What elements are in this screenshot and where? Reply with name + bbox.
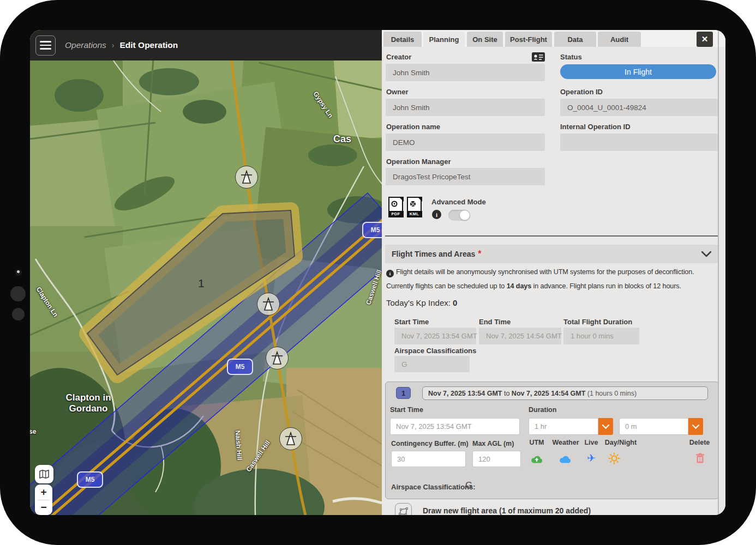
zoom-in-button[interactable]: + <box>35 485 52 500</box>
advanced-mode-toggle[interactable] <box>448 210 470 221</box>
info-icon: i <box>386 270 394 277</box>
owner-field: John Smith <box>386 99 545 116</box>
utm-sync-info-line2: Currently flights can be scheduled up to… <box>386 282 681 290</box>
place-label-clapton-in-gordano: Clapton in Gordano <box>53 392 124 414</box>
max-agl-label: Max AGL (m) <box>472 440 514 447</box>
status-label: Status <box>560 53 582 61</box>
pylon-marker[interactable] <box>235 166 258 189</box>
close-icon: ✕ <box>701 34 709 44</box>
draw-polygon-icon <box>399 507 409 516</box>
delete-column-label: Delete <box>685 439 715 446</box>
area-start-time-input[interactable]: Nov 7, 2025 13:54 GMT <box>390 418 520 435</box>
start-time-field: Nov 7, 2025 13:54 GMT <box>394 328 476 344</box>
tab-audit[interactable]: Audit <box>598 32 641 47</box>
total-flight-duration-label: Total Flight Duration <box>563 318 632 326</box>
tablet-side-button <box>10 286 26 301</box>
motorway-badge-m5: M5 <box>77 471 103 488</box>
close-panel-button[interactable]: ✕ <box>697 32 713 47</box>
basemap-layers-button[interactable] <box>35 465 53 483</box>
tab-planning[interactable]: Planning <box>423 32 465 47</box>
flight-area-index-badge[interactable]: 1 <box>396 387 411 399</box>
area-airspace-value: G <box>465 480 472 491</box>
zoom-out-button[interactable]: − <box>35 500 52 516</box>
draw-flight-area-button[interactable] <box>395 503 412 515</box>
duration-hours-select[interactable]: 1 hr <box>529 418 598 435</box>
road-label-partial: se <box>30 428 36 435</box>
edit-operation-panel: Details Planning On Site Post-Flight Dat… <box>382 30 725 515</box>
kp-index-line: Today's Kp Index: 0 <box>386 298 457 307</box>
pdf-icon-label: PDF <box>388 211 404 217</box>
internal-operation-id-field[interactable] <box>560 134 719 151</box>
zoom-control: + − <box>35 485 52 515</box>
flight-times-section-header[interactable]: Flight Times and Areas * <box>385 245 719 263</box>
section-divider <box>385 235 719 237</box>
info-icon[interactable]: i <box>432 210 441 219</box>
operation-name-label: Operation name <box>386 123 440 131</box>
chevron-down-icon <box>692 425 699 429</box>
utm-upload-icon[interactable] <box>531 453 543 465</box>
delete-trash-icon[interactable] <box>694 452 706 464</box>
duration-minutes-select[interactable]: 0 m <box>619 418 688 435</box>
breadcrumb-operations[interactable]: Operations <box>65 40 106 50</box>
area-start-time-label: Start Time <box>390 406 423 414</box>
draw-flight-area-label: Draw new flight area (1 of maximum 20 ad… <box>423 506 591 515</box>
operation-manager-field: DragosTest PricopeTest <box>386 168 545 185</box>
tablet-side-button <box>12 308 25 320</box>
airspace-classifications-label: Airspace Classifications <box>394 347 476 355</box>
required-asterisk: * <box>478 249 481 259</box>
pylon-marker[interactable] <box>266 347 289 370</box>
breadcrumb-edit-operation: Edit Operation <box>120 40 178 50</box>
tab-bar: Details Planning On Site Post-Flight Dat… <box>382 30 725 47</box>
internal-operation-id-label: Internal Operation ID <box>560 123 631 131</box>
flight-area-card: 1 Nov 7, 2025 13:54 GMT to Nov 7, 2025 1… <box>385 382 719 499</box>
weather-cloud-icon[interactable] <box>559 453 571 465</box>
hamburger-menu-button[interactable] <box>35 35 56 56</box>
area-duration-label: Duration <box>529 406 556 414</box>
airspace-classifications-field: G <box>394 356 470 372</box>
max-agl-input[interactable]: 120 <box>472 451 521 467</box>
top-navigation-bar: Operations › Edit Operation <box>30 30 382 60</box>
tab-post-flight[interactable]: Post-Flight <box>505 32 552 47</box>
end-time-field: Nov 7, 2025 14:54 GMT <box>479 328 561 344</box>
place-label-caswell-partial: Cas <box>333 134 351 145</box>
operation-id-field: O_0004_U_0001-49824 <box>560 99 719 116</box>
status-badge[interactable]: In Flight <box>560 64 716 79</box>
map-canvas[interactable]: M5 M5 M5 1 Gypsy Ln Cas Caswell Hill Cas… <box>30 30 382 515</box>
contingency-buffer-label: Contingency Buffer. (m) <box>391 440 469 447</box>
duration-minutes-dropdown-button[interactable] <box>688 418 703 435</box>
live-column-label: Live <box>580 439 602 446</box>
utm-sync-info-line1: iFlight details will be anonymously sync… <box>386 268 694 277</box>
section-title: Flight Times and Areas <box>392 250 475 258</box>
tab-data[interactable]: Data <box>554 32 596 47</box>
advanced-mode-label: Advanced Mode <box>431 198 486 206</box>
breadcrumb: Operations › Edit Operation <box>65 40 178 50</box>
chevron-down-icon <box>602 425 609 429</box>
tab-on-site[interactable]: On Site <box>467 32 503 47</box>
utm-column-label: UTM <box>526 439 548 446</box>
tablet-frame: M5 M5 M5 1 Gypsy Ln Cas Caswell Hill Cas… <box>0 0 756 545</box>
map-icon <box>38 469 50 479</box>
live-plane-icon[interactable]: ✈ <box>585 452 597 464</box>
weather-column-label: Weather <box>549 439 582 446</box>
kml-icon-label: KML <box>407 211 422 217</box>
operation-name-field[interactable]: DEMO <box>386 134 545 151</box>
export-kml-button[interactable]: KML <box>407 197 422 217</box>
flight-area-number: 1 <box>198 277 205 290</box>
area-airspace-label: Airspace Classifications: <box>391 483 476 491</box>
contact-card-icon[interactable] <box>532 52 545 62</box>
pylon-marker[interactable] <box>279 427 302 450</box>
tab-details[interactable]: Details <box>383 32 422 47</box>
motorway-badge-m5: M5 <box>362 222 382 238</box>
owner-label: Owner <box>386 88 408 96</box>
breadcrumb-separator-icon: › <box>112 41 115 50</box>
flight-area-summary-field: Nov 7, 2025 13:54 GMT to Nov 7, 2025 14:… <box>422 386 708 400</box>
export-pdf-button[interactable]: PDF <box>388 197 403 217</box>
day-night-sun-icon[interactable] <box>608 452 620 464</box>
pylon-marker[interactable] <box>257 293 280 316</box>
operation-id-label: Operation ID <box>560 88 603 96</box>
panel-scrollbar[interactable] <box>718 30 719 515</box>
operation-manager-label: Operation Manager <box>386 158 451 166</box>
creator-field: John Smith <box>386 64 545 81</box>
contingency-buffer-input[interactable]: 30 <box>391 451 466 467</box>
duration-hours-dropdown-button[interactable] <box>598 418 613 435</box>
